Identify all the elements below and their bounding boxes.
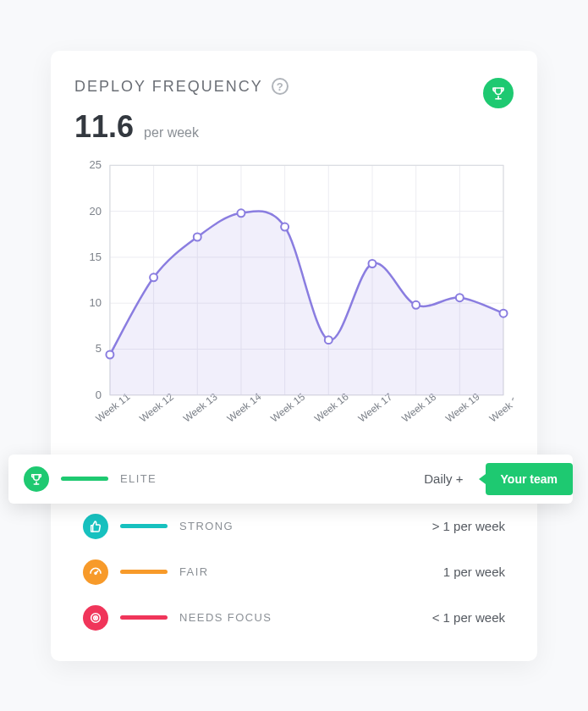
legend-row: NEEDS FOCUS< 1 per week bbox=[74, 595, 514, 641]
metric-value: 11.6 bbox=[74, 109, 134, 145]
y-tick-label: 25 bbox=[90, 160, 102, 171]
y-tick-label: 20 bbox=[90, 204, 102, 217]
legend-color-bar bbox=[61, 477, 108, 481]
legend-value: Daily + bbox=[424, 471, 463, 486]
y-tick-label: 15 bbox=[90, 250, 102, 262]
metric-card: DEPLOY FREQUENCY ? 11.6 per week 0510152… bbox=[51, 51, 537, 661]
card-header: DEPLOY FREQUENCY ? 11.6 per week bbox=[74, 78, 514, 145]
data-point bbox=[194, 233, 201, 240]
data-point bbox=[500, 309, 508, 317]
data-point bbox=[368, 260, 376, 267]
gauge-icon bbox=[83, 559, 108, 585]
y-tick-label: 10 bbox=[90, 296, 102, 309]
x-tick-label: Week 14 bbox=[225, 390, 264, 424]
metric-unit: per week bbox=[144, 125, 199, 141]
legend-color-bar bbox=[120, 524, 168, 528]
legend-label: STRONG bbox=[179, 520, 234, 532]
data-point bbox=[281, 223, 289, 230]
legend-value: > 1 per week bbox=[432, 519, 505, 533]
chart: 0510152025Week 11Week 12Week 13Week 14We… bbox=[74, 160, 514, 439]
legend-label: ELITE bbox=[120, 472, 157, 485]
x-tick-label: Week 16 bbox=[312, 390, 351, 424]
trophy-icon bbox=[483, 78, 514, 108]
thumb-icon bbox=[83, 514, 108, 539]
x-tick-label: Week 20 bbox=[487, 390, 514, 424]
series-area bbox=[110, 211, 503, 394]
data-point bbox=[106, 350, 113, 358]
legend: ELITEDaily +Your teamSTRONG> 1 per weekF… bbox=[74, 455, 514, 641]
target-icon bbox=[83, 605, 108, 631]
data-point bbox=[412, 300, 420, 308]
x-tick-label: Week 12 bbox=[137, 390, 176, 424]
data-point bbox=[456, 294, 464, 301]
metric-row: 11.6 per week bbox=[74, 109, 289, 145]
x-tick-label: Week 18 bbox=[399, 390, 438, 424]
title-block: DEPLOY FREQUENCY ? 11.6 per week bbox=[74, 78, 289, 145]
data-point bbox=[150, 273, 157, 281]
chart-svg: 0510152025Week 11Week 12Week 13Week 14We… bbox=[74, 160, 514, 439]
data-point bbox=[325, 336, 332, 344]
legend-value: < 1 per week bbox=[432, 610, 505, 625]
legend-row: FAIR1 per week bbox=[74, 549, 514, 595]
legend-color-bar bbox=[120, 570, 168, 574]
svg-point-20 bbox=[95, 617, 96, 618]
legend-color-bar bbox=[120, 615, 168, 620]
legend-row: ELITEDaily +Your team bbox=[8, 455, 573, 504]
card-title: DEPLOY FREQUENCY bbox=[74, 78, 263, 96]
data-point bbox=[237, 209, 245, 217]
legend-value: 1 per week bbox=[443, 565, 505, 579]
x-tick-label: Week 17 bbox=[356, 390, 395, 424]
legend-label: NEEDS FOCUS bbox=[179, 611, 272, 624]
y-tick-label: 5 bbox=[96, 342, 102, 355]
y-tick-label: 0 bbox=[96, 388, 102, 400]
your-team-tag: Your team bbox=[486, 463, 573, 495]
legend-label: FAIR bbox=[179, 565, 209, 578]
legend-row: STRONG> 1 per week bbox=[74, 504, 514, 549]
x-tick-label: Week 13 bbox=[181, 390, 220, 424]
help-icon[interactable]: ? bbox=[272, 78, 289, 95]
x-tick-label: Week 15 bbox=[268, 390, 307, 424]
x-tick-label: Week 19 bbox=[443, 390, 482, 424]
trophy-icon bbox=[24, 466, 49, 492]
